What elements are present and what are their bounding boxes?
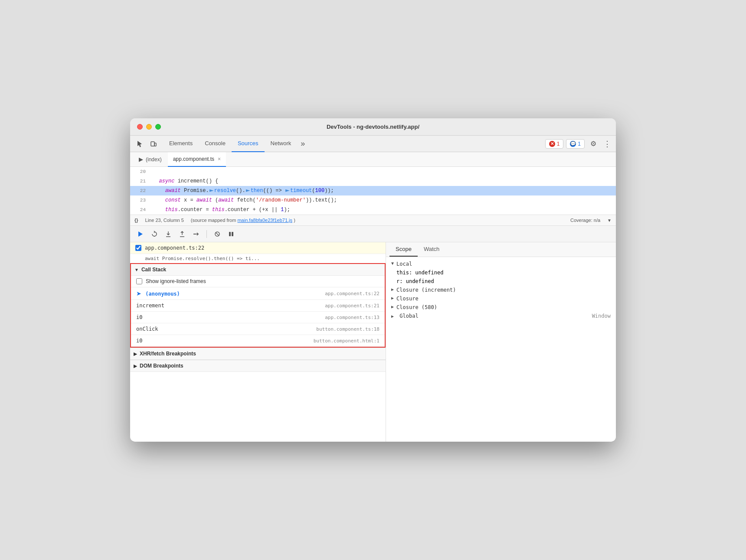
more-options-button[interactable]: ⋮ [602,138,612,150]
breakpoint-label: app.component.ts:22 [145,245,204,251]
local-expand-icon: ▼ [391,261,394,266]
scope-tree: ▼ Local this: undefined r: undefined ▶ C… [386,257,616,323]
frame-func-0: (anonymous) [145,291,180,297]
step-over-button[interactable] [149,229,160,239]
more-tabs-button[interactable]: » [297,139,308,148]
step-out-button[interactable] [177,229,187,239]
cursor-icon[interactable] [134,138,146,150]
svg-rect-0 [151,142,154,146]
source-map-link[interactable]: main.fa8bfa0e23f1eb71.js [237,218,292,223]
devtools-window: DevTools - ng-devtools.netlify.app/ Elem… [130,118,616,442]
frame-loc-1: app.component.ts:21 [325,303,380,309]
scope-local-header[interactable]: ▼ Local [386,260,616,268]
ignore-label: Show ignore-listed frames [146,278,206,284]
close-button[interactable] [137,124,143,130]
dom-arrow-icon: ▶ [134,364,137,368]
titlebar: DevTools - ng-devtools.netlify.app/ [130,118,616,136]
right-panel: Scope Watch ▼ Local this: undefined [386,242,616,442]
frame-func-1: increment [136,303,164,309]
breakpoint-checkbox[interactable] [135,245,141,251]
frame-loc-3: button.component.ts:18 [316,326,380,332]
error-count: 1 [557,141,560,147]
dom-header[interactable]: ▶ DOM Breakpoints [130,360,386,372]
frame-func-3: onClick [136,326,158,332]
resume-button[interactable] [135,229,146,239]
tab-right-controls: ✕ 1 💬 1 ⚙ ⋮ [545,138,612,150]
global-label: Global [399,313,418,319]
tab-scope[interactable]: Scope [389,242,418,257]
traffic-lights [137,124,161,130]
tab-network[interactable]: Network [265,136,298,152]
svg-rect-5 [232,232,233,236]
xhr-header[interactable]: ▶ XHR/fetch Breakpoints [130,348,386,360]
global-value: Window [592,313,611,319]
closure-580-expand-icon: ▶ [391,304,394,309]
minimize-button[interactable] [146,124,152,130]
code-line-22: 22 await Promise.resolve().then(() => ti… [130,186,616,195]
tab-elements[interactable]: Elements [163,136,199,152]
close-tab-icon[interactable]: × [218,156,221,162]
step-into-button[interactable] [163,229,173,239]
callstack-frame-0[interactable]: ➤ (anonymous) app.component.ts:22 [131,287,385,300]
info-badge-button[interactable]: 💬 1 [566,139,585,149]
tab-sources[interactable]: Sources [232,136,265,152]
device-icon[interactable] [147,138,160,150]
callstack-frame-3[interactable]: onClick button.component.ts:18 [131,323,385,335]
settings-button[interactable]: ⚙ [587,138,599,150]
svg-rect-1 [154,143,156,146]
breakpoint-code: await Promise.resolve().then(() => ti... [130,254,386,263]
callstack-frame-4[interactable]: i0 button.component.html:1 [131,335,385,347]
pause-button[interactable] [226,229,236,239]
xhr-section: ▶ XHR/fetch Breakpoints [130,348,386,360]
scope-closure-increment[interactable]: ▶ Closure (increment) [386,286,616,294]
folder-icon: ▶ [139,156,143,163]
coverage-text: Coverage: n/a [570,218,600,223]
current-frame-icon: ➤ [136,290,141,297]
xhr-title: XHR/fetch Breakpoints [140,351,196,357]
callstack-container: ▼ Call Stack Show ignore-listed frames ➤… [130,263,386,348]
window-title: DevTools - ng-devtools.netlify.app/ [327,124,419,130]
debug-toolbar [130,226,616,242]
svg-line-3 [216,232,219,236]
step-button[interactable] [191,229,201,239]
closure-increment-label: Closure (increment) [396,287,456,293]
code-line-24: 24 this.counter = this.counter + (+x || … [130,205,616,215]
status-bar: {} Line 23, Column 5 (source mapped from… [130,215,616,226]
maximize-button[interactable] [155,124,161,130]
main-tabs-bar: Elements Console Sources Network » ✕ 1 💬… [130,136,616,152]
breakpoint-item: app.component.ts:22 [130,242,386,254]
frame-loc-4: button.component.html:1 [314,338,380,344]
format-icon[interactable]: {} [134,218,138,223]
tab-app-component[interactable]: app.component.ts × [168,152,226,167]
scope-closure[interactable]: ▶ Closure [386,294,616,303]
scope-local-r: r: undefined [386,277,616,286]
error-badge-button[interactable]: ✕ 1 [545,139,564,149]
frame-loc-2: app.component.ts:13 [325,315,380,320]
callstack-header[interactable]: ▼ Call Stack [131,264,385,276]
scope-closure-580[interactable]: ▶ Closure (580) [386,303,616,312]
coverage-dropdown-icon[interactable]: ▼ [607,218,612,223]
secondary-tabs-bar: ▶ (index) app.component.ts × [130,152,616,167]
cursor-position: Line 23, Column 5 [145,218,184,223]
callstack-frame-2[interactable]: i0 app.component.ts:13 [131,312,385,323]
frame-func-2: i0 [136,314,142,320]
info-icon: 💬 [570,141,576,147]
scope-global[interactable]: ▶ Global Window [386,312,616,320]
xhr-arrow-icon: ▶ [134,352,137,356]
nav-icons [134,138,160,150]
deactivate-button[interactable] [212,229,222,239]
callstack-frame-1[interactable]: increment app.component.ts:21 [131,300,385,312]
tab-watch[interactable]: Watch [418,242,445,257]
closure-expand-icon: ▶ [391,296,394,300]
frame-func-4: i0 [136,338,142,344]
ignore-row: Show ignore-listed frames [131,276,385,287]
ignore-checkbox[interactable] [136,278,142,284]
callstack-arrow-icon: ▼ [134,267,139,272]
scope-local-this: this: undefined [386,268,616,277]
closure-increment-expand-icon: ▶ [391,287,394,292]
tab-index[interactable]: ▶ (index) [134,152,167,167]
frame-loc-0: app.component.ts:22 [325,291,380,296]
tab-console[interactable]: Console [199,136,232,152]
left-panel: app.component.ts:22 await Promise.resolv… [130,242,386,442]
dom-title: DOM Breakpoints [140,363,183,369]
